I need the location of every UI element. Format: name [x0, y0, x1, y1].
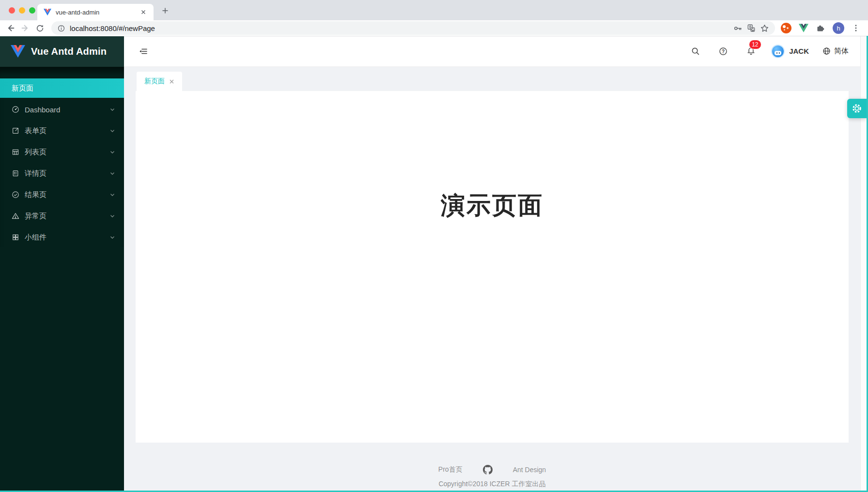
url-bar[interactable]: localhost:8080/#/newPage: [51, 21, 775, 35]
browser-tabstrip: vue-antd-admin: [0, 0, 868, 20]
footer-links: Pro首页 Ant Design: [438, 465, 546, 475]
reload-button[interactable]: [33, 21, 46, 35]
tab-label: 新页面: [144, 77, 165, 86]
sidebar-item-label: 详情页: [25, 169, 46, 178]
translate-icon[interactable]: [747, 24, 756, 32]
sidebar-item-label: 结果页: [25, 190, 46, 200]
sidebar: Vue Antd Admin 新页面 Dashboard 表单页: [0, 36, 124, 491]
language-switch[interactable]: 简体: [822, 46, 849, 56]
sidebar-item-results[interactable]: 结果页: [0, 185, 124, 204]
vue-favicon-icon: [44, 9, 51, 15]
browser-tab[interactable]: vue-antd-admin: [37, 4, 154, 20]
main-area: ? 12 JACK 简体: [124, 36, 860, 491]
sidebar-item-details[interactable]: 详情页: [0, 164, 124, 183]
copyright: Copyright©2018 ICZER 工作室出品: [438, 480, 545, 489]
chevron-down-icon: [109, 170, 115, 176]
table-icon: [12, 148, 19, 156]
browser-chrome: vue-antd-admin: [0, 0, 868, 36]
extensions-puzzle-icon[interactable]: [816, 23, 825, 33]
url-text[interactable]: localhost:8080/#/newPage: [70, 24, 729, 32]
tab-close-icon[interactable]: [138, 7, 149, 17]
chevron-down-icon: [109, 149, 115, 155]
chevron-down-icon: [109, 234, 115, 240]
back-button[interactable]: [4, 21, 17, 35]
sidebar-item-label: Dashboard: [25, 106, 60, 114]
page-header: ? 12 JACK 简体: [124, 36, 860, 67]
chevron-down-icon: [109, 107, 115, 112]
chevron-down-icon: [109, 128, 115, 134]
sidebar-item-dashboard[interactable]: Dashboard: [0, 100, 124, 119]
vue-logo-icon: [11, 45, 25, 58]
header-actions: ? 12 JACK 简体: [688, 44, 849, 59]
warning-icon: [12, 212, 19, 220]
page-tabbar: 新页面: [124, 67, 860, 91]
svg-text:?: ?: [722, 48, 725, 54]
block-icon: [12, 233, 19, 241]
app-logo[interactable]: Vue Antd Admin: [0, 36, 124, 67]
sidebar-item-label: 列表页: [25, 148, 46, 157]
app-title: Vue Antd Admin: [31, 46, 107, 57]
sidebar-item-label: 表单页: [25, 126, 46, 136]
close-window-button[interactable]: [9, 7, 15, 14]
password-key-icon[interactable]: [733, 24, 743, 33]
chevron-down-icon: [109, 213, 115, 219]
sidebar-item-label: 小组件: [25, 233, 46, 242]
profile-icon: [12, 169, 19, 177]
vue-devtools-icon[interactable]: [799, 24, 808, 32]
menu-fold-icon[interactable]: [137, 45, 150, 58]
user-avatar: [771, 45, 785, 58]
browser-menu-icon[interactable]: [852, 24, 860, 32]
bookmark-star-icon[interactable]: [760, 24, 769, 33]
help-icon[interactable]: ?: [716, 44, 730, 59]
chevron-down-icon: [109, 192, 115, 198]
tab-close-icon[interactable]: [169, 79, 174, 84]
sidebar-item-lists[interactable]: 列表页: [0, 142, 124, 162]
sidebar-menu: 新页面 Dashboard 表单页: [0, 67, 124, 247]
notification-badge: 12: [749, 40, 761, 49]
extensions-row: h: [780, 22, 864, 34]
footer-link-pro-home[interactable]: Pro首页: [438, 465, 463, 474]
username: JACK: [789, 47, 809, 55]
page-footer: Pro首页 Ant Design Copyright©2018 ICZER 工作…: [124, 443, 860, 491]
sidebar-item-label: 新页面: [12, 84, 33, 93]
sidebar-item-label: 异常页: [25, 212, 46, 221]
dashboard-icon: [12, 106, 19, 113]
sidebar-item-exceptions[interactable]: 异常页: [0, 206, 124, 226]
content-card: 演示页面: [136, 91, 849, 443]
footer-link-ant-design[interactable]: Ant Design: [513, 466, 546, 474]
search-icon[interactable]: [688, 44, 703, 59]
github-icon[interactable]: [483, 465, 493, 475]
sidebar-item-new-page[interactable]: 新页面: [0, 78, 124, 98]
notification-bell-icon[interactable]: 12: [744, 44, 758, 59]
sidebar-item-forms[interactable]: 表单页: [0, 121, 124, 140]
check-circle-icon: [12, 191, 19, 199]
forward-button[interactable]: [18, 21, 32, 35]
window-controls: [9, 7, 35, 14]
new-tab-button[interactable]: [160, 5, 170, 16]
site-info-icon[interactable]: [57, 24, 65, 32]
extension-orange-icon[interactable]: [781, 23, 791, 33]
language-label: 简体: [834, 46, 849, 56]
settings-gear-button[interactable]: [847, 99, 867, 118]
zoom-window-button[interactable]: [29, 7, 35, 14]
page-title: 演示页面: [441, 189, 543, 443]
browser-tab-title: vue-antd-admin: [56, 9, 138, 16]
minimize-window-button[interactable]: [19, 7, 25, 14]
browser-profile-avatar[interactable]: h: [833, 22, 844, 34]
globe-icon: [822, 46, 831, 56]
user-menu[interactable]: JACK: [771, 45, 809, 58]
browser-toolbar: localhost:8080/#/newPage: [0, 20, 868, 36]
form-icon: [12, 127, 19, 135]
sidebar-item-widgets[interactable]: 小组件: [0, 228, 124, 247]
tab-new-page[interactable]: 新页面: [137, 72, 182, 91]
